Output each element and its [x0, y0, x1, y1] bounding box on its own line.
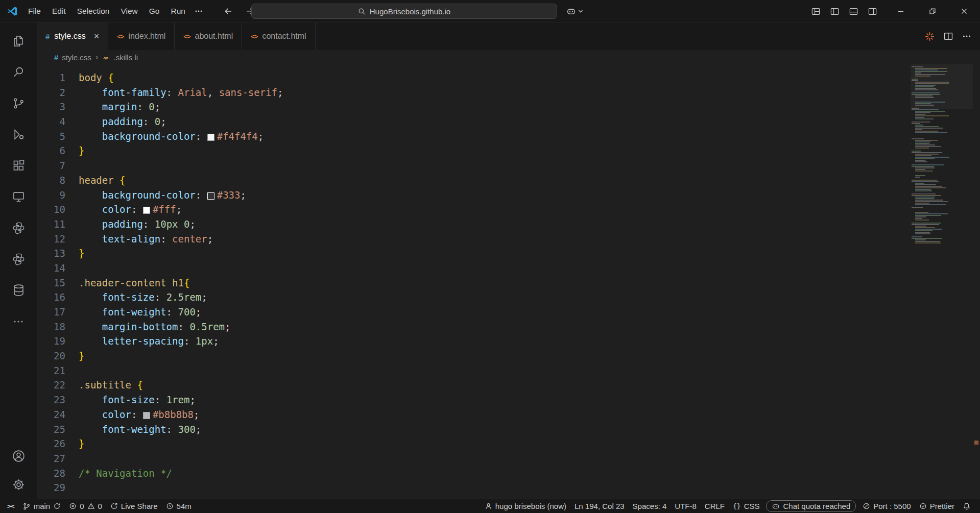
line-number[interactable]: 27 [37, 451, 65, 466]
menu-overflow-button[interactable] [191, 4, 206, 18]
language-mode[interactable]: {} CSS [729, 499, 764, 513]
color-swatch[interactable] [207, 134, 214, 141]
line-number[interactable]: 24 [37, 407, 65, 422]
line-number[interactable]: 14 [37, 261, 65, 276]
menu-view[interactable]: View [115, 4, 143, 18]
code-line[interactable]: 24 color: #b8b8b8; [37, 407, 909, 422]
line-number[interactable]: 9 [37, 188, 65, 203]
code-line[interactable]: 26} [37, 436, 909, 451]
code-line[interactable]: 18 margin-bottom: 0.5rem; [37, 320, 909, 334]
line-number[interactable]: 6 [37, 143, 65, 158]
line-number[interactable]: 8 [37, 173, 65, 188]
code-line[interactable]: 2 font-family: Arial, sans-serif; [37, 85, 909, 100]
toggle-secondary-sidebar-icon[interactable] [865, 4, 880, 19]
encoding-selector[interactable]: UTF-8 [671, 499, 701, 513]
code-line[interactable]: 29 [37, 480, 909, 495]
code-line[interactable]: 30 [37, 495, 909, 499]
time-tracker-status[interactable]: 54m [162, 499, 196, 513]
run-debug-icon[interactable] [6, 119, 31, 150]
line-number[interactable]: 16 [37, 290, 65, 305]
code-line[interactable]: 21 [37, 363, 909, 378]
toggle-panel-icon[interactable] [846, 4, 861, 19]
color-swatch[interactable] [207, 192, 214, 200]
code-line[interactable]: 8header { [37, 173, 909, 188]
code-line[interactable]: 6} [37, 143, 909, 158]
menu-run[interactable]: Run [165, 4, 190, 18]
line-number[interactable]: 3 [37, 100, 65, 114]
indentation-setting[interactable]: Spaces: 4 [629, 499, 671, 513]
code-line[interactable]: 22.subtitle { [37, 378, 909, 393]
git-branch-status[interactable]: main [18, 499, 65, 513]
more-actions-icon[interactable] [962, 32, 971, 41]
code-line[interactable]: 4 padding: 0; [37, 114, 909, 129]
color-swatch[interactable] [143, 207, 150, 214]
code-line[interactable]: 15.header-content h1{ [37, 276, 909, 290]
vertical-scrollbar[interactable] [973, 64, 980, 499]
code-line[interactable]: 23 font-size: 1rem; [37, 393, 909, 407]
copilot-chat-status[interactable]: Chat quota reached [766, 500, 856, 512]
close-button[interactable] [948, 0, 980, 22]
line-number[interactable]: 20 [37, 349, 65, 363]
close-tab-icon[interactable]: × [94, 32, 100, 41]
line-number[interactable]: 13 [37, 246, 65, 261]
settings-gear-icon[interactable] [6, 470, 31, 499]
code-line[interactable]: 12 text-align: center; [37, 232, 909, 247]
accounts-icon[interactable] [6, 442, 31, 470]
line-number[interactable]: 26 [37, 436, 65, 451]
tab-style.css[interactable]: #style.css× [37, 22, 108, 50]
breadcrumb-symbol[interactable]: .skills li [114, 53, 138, 62]
restore-button[interactable] [917, 0, 948, 22]
copilot-button[interactable] [563, 4, 586, 18]
notifications-bell[interactable] [959, 499, 975, 513]
code-line[interactable]: 3 margin: 0; [37, 100, 909, 114]
menu-selection[interactable]: Selection [71, 4, 115, 18]
more-views-icon[interactable] [6, 306, 31, 337]
remote-indicator[interactable]: >< [3, 499, 18, 513]
line-number[interactable]: 11 [37, 217, 65, 232]
code-line[interactable]: 20} [37, 349, 909, 363]
code-line[interactable]: 5 background-color: #f4f4f4; [37, 129, 909, 144]
code-line[interactable]: 11 padding: 10px 0; [37, 217, 909, 232]
account-status[interactable]: hugo brisebois (now) [481, 499, 570, 513]
menu-edit[interactable]: Edit [46, 4, 71, 18]
code-line[interactable]: 10 color: #fff; [37, 202, 909, 217]
code-line[interactable]: 16 font-size: 2.5rem; [37, 290, 909, 305]
code-line[interactable]: 14 [37, 261, 909, 276]
minimap[interactable] [911, 64, 973, 499]
code-line[interactable]: 25 font-weight: 300; [37, 422, 909, 437]
explorer-icon[interactable] [6, 26, 31, 57]
tab-index.html[interactable]: <>index.html [108, 22, 175, 50]
sync-icon[interactable] [53, 502, 61, 510]
tab-contact.html[interactable]: <>contact.html [242, 22, 315, 50]
breadcrumb-file[interactable]: style.css [62, 53, 91, 62]
line-number[interactable]: 10 [37, 202, 65, 217]
line-number[interactable]: 25 [37, 422, 65, 437]
line-number[interactable]: 5 [37, 129, 65, 144]
remote-explorer-icon[interactable] [6, 181, 31, 212]
line-number[interactable]: 2 [37, 85, 65, 100]
line-number[interactable]: 22 [37, 378, 65, 393]
line-number[interactable]: 7 [37, 158, 65, 173]
customize-layout-icon[interactable] [808, 4, 823, 19]
color-swatch[interactable] [143, 412, 150, 419]
live-share-status[interactable]: Live Share [106, 499, 162, 513]
database-icon[interactable] [6, 275, 31, 306]
menu-file[interactable]: File [22, 4, 46, 18]
line-number[interactable]: 28 [37, 466, 65, 481]
code-line[interactable]: 17 font-weight: 700; [37, 305, 909, 320]
line-number[interactable]: 4 [37, 114, 65, 129]
tab-about.html[interactable]: <>about.html [175, 22, 242, 50]
line-number[interactable]: 18 [37, 320, 65, 334]
prettier-status[interactable]: Prettier [915, 499, 959, 513]
extensions-icon[interactable] [6, 150, 31, 181]
code-line[interactable]: 28/* Navigation */ [37, 466, 909, 481]
search-sidebar-icon[interactable] [6, 57, 31, 88]
starburst-extension-icon[interactable] [925, 32, 935, 41]
code-line[interactable]: 7 [37, 158, 909, 173]
python-environments-icon[interactable] [6, 243, 31, 275]
cursor-position[interactable]: Ln 194, Col 23 [570, 499, 629, 513]
line-number[interactable]: 21 [37, 363, 65, 378]
source-control-icon[interactable] [6, 88, 31, 119]
code-line[interactable]: 19 letter-spacing: 1px; [37, 334, 909, 349]
line-number[interactable]: 30 [37, 495, 65, 499]
